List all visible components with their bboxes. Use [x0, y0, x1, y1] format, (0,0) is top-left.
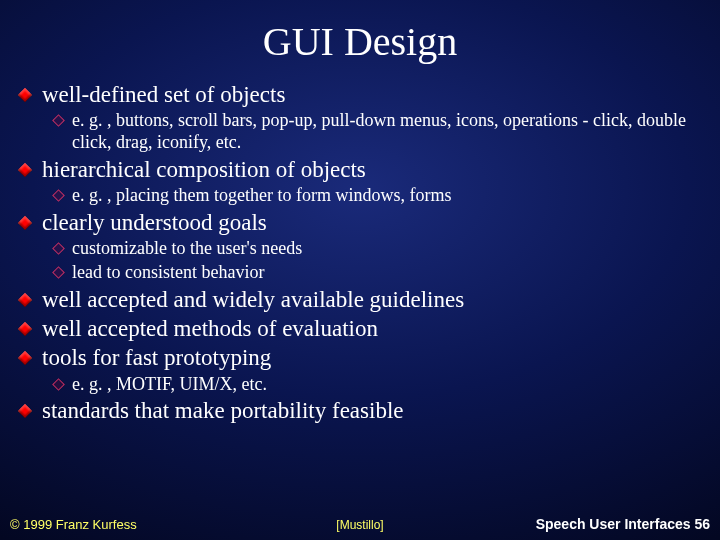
diamond-icon: [20, 215, 30, 233]
bullet-text: lead to consistent behavior: [72, 262, 264, 282]
bullet-level2: e. g. , placing them together to form wi…: [16, 185, 704, 207]
bullet-text: well accepted methods of evaluation: [42, 316, 378, 341]
bullet-level2: e. g. , buttons, scroll bars, pop-up, pu…: [16, 110, 704, 154]
diamond-icon: [20, 403, 30, 421]
subdiamond-icon: [54, 266, 63, 281]
bullet-text: well accepted and widely available guide…: [42, 287, 464, 312]
diamond-icon: [20, 292, 30, 310]
subdiamond-icon: [54, 242, 63, 257]
copyright-text: © 1999 Franz Kurfess: [10, 517, 137, 532]
bullet-level2: customizable to the user's needs: [16, 238, 704, 260]
slide-body: well-defined set of objects e. g. , butt…: [16, 81, 704, 425]
bullet-text: hierarchical composition of objects: [42, 157, 366, 182]
bullet-text: e. g. , MOTIF, UIM/X, etc.: [72, 374, 267, 394]
diamond-icon: [20, 350, 30, 368]
diamond-icon: [20, 321, 30, 339]
bullet-text: e. g. , placing them together to form wi…: [72, 185, 451, 205]
subdiamond-icon: [54, 189, 63, 204]
bullet-level1: clearly understood goals: [16, 209, 704, 236]
citation-text: [Mustillo]: [336, 518, 383, 532]
diamond-icon: [20, 87, 30, 105]
bullet-text: clearly understood goals: [42, 210, 267, 235]
bullet-text: e. g. , buttons, scroll bars, pop-up, pu…: [72, 110, 686, 152]
slide: GUI Design well-defined set of objects e…: [0, 0, 720, 540]
page-label: Speech User Interfaces 56: [536, 516, 710, 532]
bullet-level1: well accepted methods of evaluation: [16, 315, 704, 342]
bullet-level1: hierarchical composition of objects: [16, 156, 704, 183]
diamond-icon: [20, 162, 30, 180]
bullet-text: customizable to the user's needs: [72, 238, 302, 258]
subdiamond-icon: [54, 114, 63, 129]
bullet-level2: e. g. , MOTIF, UIM/X, etc.: [16, 374, 704, 396]
bullet-level1: tools for fast prototyping: [16, 344, 704, 371]
subdiamond-icon: [54, 378, 63, 393]
bullet-level1: standards that make portability feasible: [16, 397, 704, 424]
bullet-level2: lead to consistent behavior: [16, 262, 704, 284]
bullet-text: well-defined set of objects: [42, 82, 285, 107]
bullet-level1: well accepted and widely available guide…: [16, 286, 704, 313]
bullet-level1: well-defined set of objects: [16, 81, 704, 108]
bullet-text: tools for fast prototyping: [42, 345, 271, 370]
bullet-text: standards that make portability feasible: [42, 398, 404, 423]
slide-title: GUI Design: [16, 0, 704, 79]
